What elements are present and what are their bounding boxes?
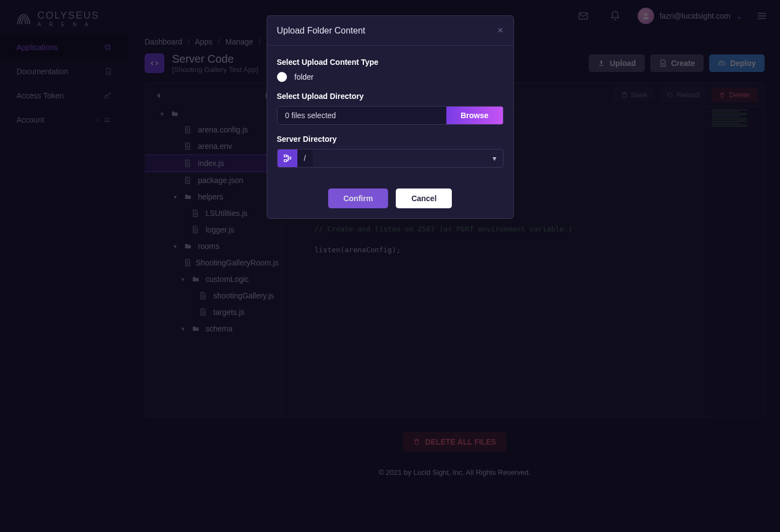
folder-tree-icon xyxy=(278,149,297,167)
label-upload-dir: Select Upload Directory xyxy=(277,92,504,101)
browse-button[interactable]: Browse xyxy=(446,107,503,124)
label-server-dir: Server Directory xyxy=(277,135,504,143)
upload-modal: Upload Folder Content × Select Upload Co… xyxy=(267,15,514,219)
files-selected-status: 0 files selected xyxy=(278,107,446,124)
server-directory-select[interactable]: / xyxy=(297,149,313,167)
modal-backdrop[interactable]: Upload Folder Content × Select Upload Co… xyxy=(0,0,780,532)
modal-title: Upload Folder Content xyxy=(277,26,366,36)
label-content-type: Select Upload Content Type xyxy=(277,58,504,66)
radio-folder[interactable] xyxy=(277,72,287,82)
radio-folder-label: folder xyxy=(295,73,314,81)
svg-rect-10 xyxy=(284,160,287,162)
cancel-button[interactable]: Cancel xyxy=(396,189,452,208)
svg-rect-9 xyxy=(284,155,287,157)
close-icon[interactable]: × xyxy=(497,25,504,36)
svg-rect-11 xyxy=(288,157,291,159)
confirm-button[interactable]: Confirm xyxy=(328,189,389,208)
